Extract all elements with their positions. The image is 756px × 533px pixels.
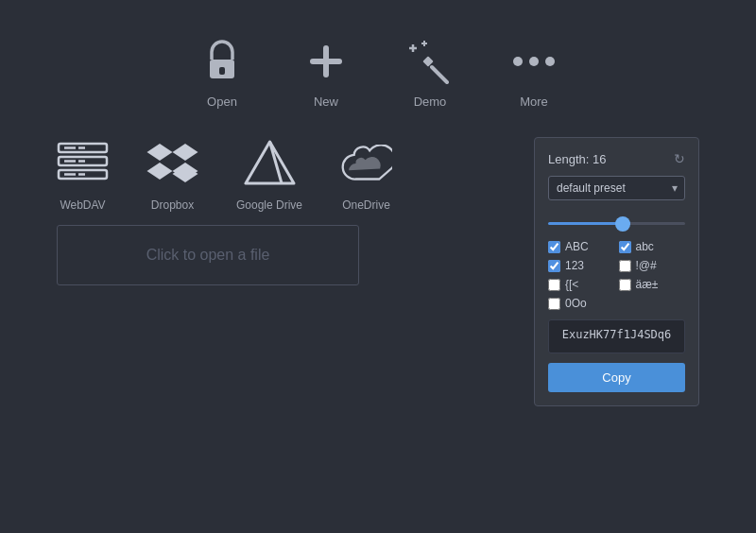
open-label: Open <box>207 95 237 109</box>
svg-rect-8 <box>422 56 433 66</box>
googledrive-label: Google Drive <box>236 198 302 212</box>
option-special[interactable]: !@# <box>619 259 686 272</box>
open-file-placeholder: Click to open a file <box>146 247 270 263</box>
checkbox-ambiguous[interactable] <box>548 298 560 310</box>
svg-point-11 <box>529 57 539 66</box>
pw-length-label: Length: 16 <box>548 152 606 166</box>
onedrive-item[interactable]: OneDrive <box>340 137 392 212</box>
pw-generated-text: ExuzHK77f1J4SDq6 <box>562 328 672 341</box>
svg-marker-23 <box>173 144 198 161</box>
checkbox-accented[interactable] <box>619 279 631 291</box>
option-ambiguous[interactable]: 0Oo <box>548 297 615 310</box>
copy-label: Copy <box>602 370 630 385</box>
pw-slider-container <box>548 210 685 231</box>
option-num-label: 123 <box>565 259 584 272</box>
checkbox-abc-upper[interactable] <box>548 241 560 253</box>
onedrive-label: OneDrive <box>342 198 390 212</box>
open-file-box[interactable]: Click to open a file <box>57 225 359 285</box>
option-brackets[interactable]: {[< <box>548 278 615 291</box>
pw-length-row: Length: 16 ↻ <box>548 151 685 166</box>
dots-icon <box>510 38 558 85</box>
option-accented-label: äæ± <box>636 278 659 291</box>
svg-rect-3 <box>310 59 342 64</box>
pw-generated: ExuzHK77f1J4SDq6 <box>548 319 685 353</box>
dropbox-icon <box>146 137 198 189</box>
checkbox-abc-lower[interactable] <box>619 241 631 253</box>
svg-line-9 <box>432 67 447 82</box>
storage-icons: WebDAV Dropbox <box>57 137 515 212</box>
svg-line-28 <box>269 142 282 183</box>
more-label: More <box>520 95 548 109</box>
open-toolbar-item[interactable]: Open <box>198 38 246 109</box>
dropbox-label: Dropbox <box>151 198 194 212</box>
toolbar: Open New <box>198 0 558 128</box>
option-abc-upper-label: ABC <box>565 240 589 253</box>
demo-toolbar-item[interactable]: Demo <box>406 38 454 109</box>
refresh-icon[interactable]: ↻ <box>674 151 685 166</box>
option-special-label: !@# <box>636 259 657 272</box>
option-abc-upper[interactable]: ABC <box>548 240 615 253</box>
option-brackets-label: {[< <box>565 278 578 291</box>
more-toolbar-item[interactable]: More <box>510 38 558 109</box>
option-accented[interactable]: äæ± <box>619 278 686 291</box>
plus-icon <box>302 38 350 85</box>
main-container: Open New <box>0 0 756 533</box>
svg-point-10 <box>513 57 523 66</box>
svg-rect-1 <box>219 67 225 75</box>
lock-icon <box>198 38 246 85</box>
copy-button[interactable]: Copy <box>548 363 685 392</box>
dropbox-item[interactable]: Dropbox <box>146 137 198 212</box>
new-label: New <box>314 95 338 109</box>
webdav-item[interactable]: WebDAV <box>57 137 109 212</box>
new-toolbar-item[interactable]: New <box>302 38 350 109</box>
left-panel: WebDAV Dropbox <box>57 137 515 285</box>
demo-label: Demo <box>414 95 447 109</box>
option-abc-lower-label: abc <box>636 240 654 253</box>
pw-panel: Length: 16 ↻ default preset strong pin c… <box>534 137 699 406</box>
svg-marker-22 <box>147 144 173 161</box>
pw-length-slider[interactable] <box>548 222 685 225</box>
webdav-label: WebDAV <box>60 198 105 212</box>
svg-point-12 <box>545 57 555 66</box>
option-ambiguous-label: 0Oo <box>565 297 587 310</box>
googledrive-icon <box>244 137 296 189</box>
onedrive-icon <box>340 137 392 189</box>
svg-marker-26 <box>173 165 198 182</box>
checkbox-num[interactable] <box>548 260 560 272</box>
webdav-icon <box>57 137 109 189</box>
pw-preset-wrapper: default preset strong pin custom <box>548 176 685 200</box>
wand-icon <box>406 38 454 85</box>
googledrive-item[interactable]: Google Drive <box>236 137 302 212</box>
option-num[interactable]: 123 <box>548 259 615 272</box>
checkbox-special[interactable] <box>619 260 631 272</box>
svg-marker-24 <box>147 163 173 180</box>
pw-preset-select[interactable]: default preset strong pin custom <box>548 176 685 200</box>
middle-row: WebDAV Dropbox <box>0 128 756 416</box>
pw-options: ABC abc 123 !@# {[< <box>548 240 685 310</box>
svg-marker-27 <box>246 142 294 183</box>
option-abc-lower[interactable]: abc <box>619 240 686 253</box>
checkbox-brackets[interactable] <box>548 279 560 291</box>
